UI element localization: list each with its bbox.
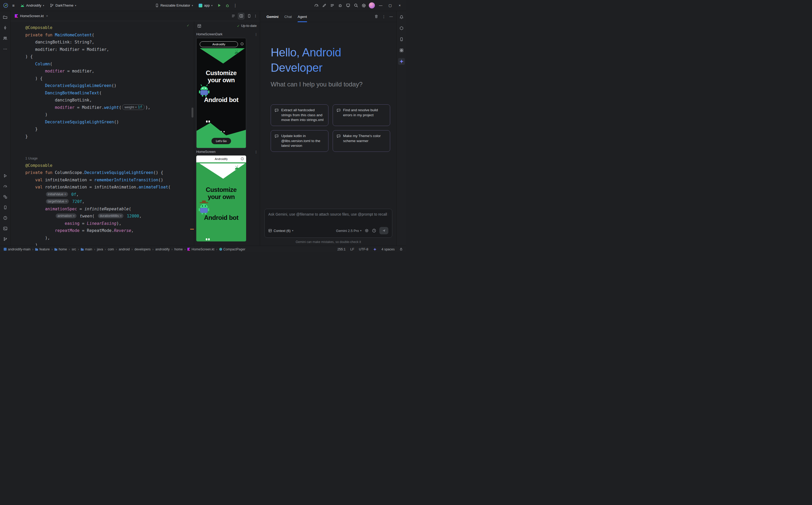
preview-label-homescreen[interactable]: HomeScreen ⋮ [194,148,260,156]
context-selector[interactable]: Context (6) ▾ [268,229,294,233]
file-encoding[interactable]: UTF-8 [359,247,368,251]
ai-actions-icon[interactable] [321,3,327,8]
preview-homescreendark[interactable]: Androidify i Customize your own [196,38,246,148]
notifications-icon[interactable] [398,14,405,21]
breadcrumb-item[interactable]: home [54,247,67,251]
hide-panel-icon[interactable]: — [389,14,393,18]
branch-selector[interactable]: DarkTheme ▾ [48,2,78,8]
gemini-status-icon[interactable] [373,247,377,251]
gemini-kebab-icon[interactable]: ⋮ [382,15,386,18]
terminal-tool-icon[interactable] [2,225,9,232]
code-line[interactable]: repeatMode = RepeatMode.Reverse, [25,227,194,234]
inspections-ok-icon[interactable]: ✓ [187,23,189,27]
code-line[interactable] [25,140,194,148]
code-line[interactable]: private fun MainHomeContent( [25,32,194,39]
breadcrumb-item[interactable]: main [81,247,92,251]
code-line[interactable]: val rotationAnimation = infiniteAnimatio… [25,184,194,191]
run-config-selector[interactable]: app ▾ [197,2,214,8]
code-line[interactable]: ) [25,242,194,245]
preview-kebab-icon[interactable]: ⋮ [254,150,258,154]
code-line[interactable]: DancingBotHeadlineText( [25,90,194,97]
profiler-tool-icon[interactable] [2,183,9,190]
gemini-tab-agent[interactable]: Agent [298,11,307,22]
resource-manager-icon[interactable] [398,47,405,54]
breadcrumb-item[interactable]: com [108,247,114,251]
code-line[interactable]: } [25,126,194,133]
device-mirroring-icon[interactable] [345,3,351,8]
gemini-tab-gemini[interactable]: Gemini [266,11,278,22]
breadcrumb-item[interactable]: androidify-main [4,247,30,251]
running-devices-tool-icon[interactable] [2,204,9,211]
run-button[interactable] [217,3,222,8]
code-line[interactable]: @Composable [25,162,194,169]
project-selector[interactable]: Androidify ▾ [18,2,46,8]
lets-go-button[interactable]: Let's Go [211,138,231,144]
gradle-icon[interactable] [398,25,405,32]
code-line[interactable]: } [25,133,194,141]
code-line[interactable]: dancingBotLink: String?, [25,39,194,46]
settings-gear-icon[interactable] [361,3,367,8]
logcat-icon[interactable] [329,3,335,8]
split-view-icon[interactable] [238,13,244,19]
commit-tool-icon[interactable] [2,24,9,31]
code-line[interactable]: modifier = Modifier.weight(weight = 1f), [25,104,194,112]
problems-tool-icon[interactable] [2,214,9,221]
code-line[interactable]: Column( [25,61,194,68]
breadcrumb-item[interactable]: home [175,247,183,251]
code-line[interactable]: @Composable [25,24,194,32]
code-line[interactable]: targetValue = 720f, [25,198,194,206]
profiler-icon[interactable] [314,3,319,8]
app-insights-icon[interactable] [337,3,343,8]
code-line[interactable]: animationSpec = infiniteRepeatable( [25,206,194,213]
run-tool-icon[interactable] [2,172,9,179]
code-line[interactable]: modifier: Modifier = Modifier, [25,46,194,53]
more-tools-icon[interactable]: ⋯ [2,45,9,52]
editor-scrollbar[interactable] [192,108,193,118]
code-editor[interactable]: @Composableprivate fun MainHomeContent( … [11,21,194,245]
gemini-input-box[interactable]: Context (6) ▾ Gemini 2.5 Pro ▾ [264,209,392,238]
main-menu-icon[interactable]: ≡ [11,3,16,8]
code-line[interactable]: DecorativeSquiggleLightGreen() [25,119,194,126]
code-line[interactable]: ) { [25,75,194,82]
breadcrumb-item[interactable]: HomeScreen.kt [187,247,214,251]
run-options-kebab-icon[interactable]: ⋮ [232,3,238,8]
breadcrumb-item[interactable]: java [97,247,103,251]
code-line[interactable]: DecorativeSquiggleLimeGreen() [25,82,194,90]
gemini-prompt-input[interactable] [268,212,388,216]
code-line[interactable]: animation = tween( durationMillis = 1200… [25,213,194,220]
code-line[interactable]: initialValue = 0f, [25,191,194,198]
suggestion-card[interactable]: Make my Theme's color scheme warmer [333,130,390,152]
design-view-icon[interactable] [246,13,252,19]
version-control-tool-icon[interactable] [2,235,9,242]
history-icon[interactable] [372,228,376,233]
caret-position[interactable]: 255:1 [337,247,346,251]
user-avatar[interactable] [369,2,375,8]
model-selector[interactable]: Gemini 2.5 Pro ▾ [336,229,361,233]
line-ending[interactable]: LF [350,247,354,251]
tab-homescreen-kt[interactable]: HomeScreen.kt × [11,11,51,21]
code-line[interactable]: val infiniteAnimation = rememberInfinite… [25,177,194,184]
minimize-button[interactable]: — [377,2,384,9]
preview-homescreen[interactable]: Androidify i Customize your own [196,156,246,241]
breadcrumb-item[interactable]: developers [134,247,151,251]
editor-options-kebab-icon[interactable]: ⋮ [254,14,257,18]
breadcrumb-item[interactable]: android [119,247,130,251]
device-selector[interactable]: Resizable Emulator ▾ [153,2,195,8]
tab-close-icon[interactable]: × [46,14,48,18]
breadcrumb-item[interactable]: src [72,247,76,251]
code-line[interactable]: easing = LinearEasing), [25,220,194,227]
indent-setting[interactable]: 4 spaces [381,247,395,251]
build-variants-tool-icon[interactable] [2,193,9,200]
search-icon[interactable] [353,3,359,8]
debug-button[interactable] [225,3,230,8]
code-line[interactable]: modifier = modifier, [25,68,194,75]
breadcrumb-item[interactable]: feature [35,247,49,251]
maximize-button[interactable]: ▢ [386,2,394,9]
suggestion-card[interactable]: Find and resolve build errors in my proj… [333,105,390,126]
gemini-icon[interactable] [398,58,405,65]
suggestion-card[interactable]: Update kotlin in @libs.version.toml to t… [271,130,328,152]
breadcrumb-item[interactable]: androidify [155,247,169,251]
breadcrumb-item[interactable]: CompactPager [219,247,245,251]
suggestion-card[interactable]: Extract all hardcoded strings from this … [271,105,328,126]
gemini-settings-icon[interactable] [365,228,369,233]
